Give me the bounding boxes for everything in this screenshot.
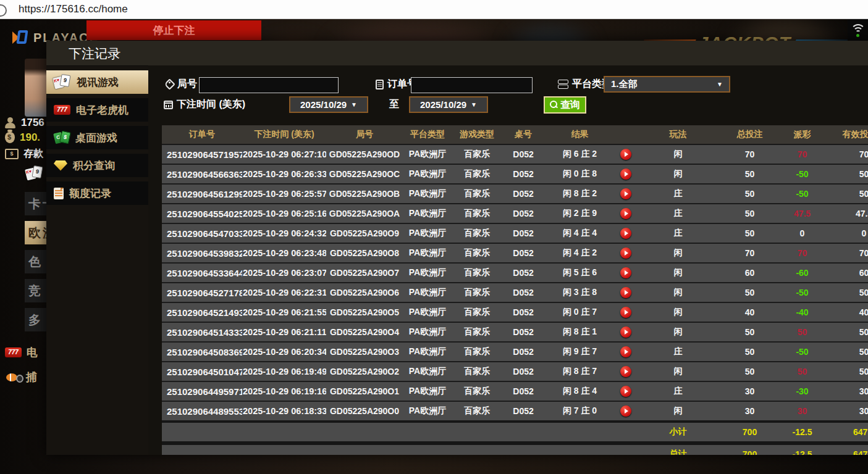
subtotal-row: 小计 700 -12.5 647.5 [162,422,868,443]
cell-round-id: GD05225A290O5 [326,302,403,322]
fish-icon [5,372,21,383]
replay-button[interactable] [620,208,631,219]
cards-icon [54,75,71,89]
cell-bet-time: 2025-10-29 06:24:32 [242,223,326,243]
round-id-input[interactable] [199,77,339,93]
platform-type-select[interactable]: 1.全部 ▼ [604,76,730,93]
cell-game-type: 百家乐 [452,204,502,223]
cell-table-no: D052 [502,223,545,243]
replay-button[interactable] [620,228,631,239]
cell-table-no: D052 [502,283,545,302]
search-button[interactable]: 查询 [544,96,586,114]
cell-round-id: GD05225A290O8 [326,243,403,263]
replay-button[interactable] [620,346,631,357]
cell-total-bet: 50 [720,223,780,243]
replay-button[interactable] [620,307,631,318]
cell-total-bet: 50 [720,164,780,184]
bet-records-table-zone: 订单号下注时间 (美东)局号平台类型游戏类型桌号结果玩法总投注派彩有效投注额 2… [162,125,868,455]
cell-order-id: 251029064521493 [162,302,242,322]
cell-bet-time: 2025-10-29 06:21:11 [242,322,326,342]
order-id-input[interactable] [411,77,533,93]
replay-button[interactable] [620,247,631,259]
cell-total-bet: 30 [720,381,780,401]
slot-777-icon [54,105,70,115]
cell-valid-bet: 70 [825,144,868,164]
replay-button[interactable] [620,405,631,417]
cell-round-id: GD05225A290O1 [326,381,403,401]
cell-payout: 0 [780,223,825,243]
cell-result: 闲 3 庄 8 [545,283,615,302]
cell-platform: PA欧洲厅 [403,223,452,243]
tab-slot-machines[interactable]: 电子老虎机 [46,98,148,122]
cell-total-bet: 50 [720,322,780,342]
cell-bet-time: 2025-10-29 06:26:33 [242,164,326,184]
cell-bet-side: 闲 [636,302,720,322]
deposit-button[interactable]: $ 存款 [5,148,43,160]
cell-round-id: GD05225A290O9 [326,223,403,243]
cell-payout: 30 [780,401,825,422]
calendar-icon [164,101,173,109]
table-row: 251029064501047 2025-10-29 06:19:49 GD05… [162,362,868,381]
replay-button[interactable] [620,366,631,377]
subtotal-payout: -12.5 [780,422,825,443]
table-row: 251029064533644 2025-10-29 06:23:07 GD05… [162,263,868,283]
cell-result: 闲 7 庄 0 [545,401,615,422]
replay-button[interactable] [620,267,631,278]
cell-valid-bet: 30 [825,401,868,422]
cell-order-id: 251029064508369 [162,342,242,362]
cell-payout: 50 [780,322,825,342]
tab-video-games[interactable]: 视讯游戏 [46,70,148,94]
cell-valid-bet: 47.5 [825,204,868,223]
replay-button[interactable] [620,287,631,298]
chevron-down-icon: ▼ [471,101,477,108]
nav-slots[interactable]: 电 [5,345,38,360]
cell-bet-side: 闲 [636,144,720,164]
total-total-bet: 700 [720,443,780,455]
date-from-picker[interactable]: 2025/10/29 ▼ [289,96,368,113]
slot-777-icon [5,347,22,357]
table-row: 251029064566363 2025-10-29 06:26:33 GD05… [162,164,868,184]
cell-bet-side: 庄 [636,204,720,223]
play-icon [625,231,628,236]
subtotal-label: 小计 [636,422,720,443]
replay-button[interactable] [620,326,631,338]
browser-page-icon [0,4,7,17]
cell-result: 闲 0 庄 7 [545,302,615,322]
cell-order-id: 251029064514333 [162,322,242,342]
cell-table-no: D052 [502,342,545,362]
play-icon [625,290,628,295]
cell-order-id: 251029064566363 [162,164,242,184]
tab-points-query[interactable]: 积分查询 [46,154,148,177]
playace-logo-icon [12,30,28,45]
play-icon [625,251,628,256]
date-to-picker[interactable]: 2025/10/29 ▼ [409,96,488,113]
round-id-label: 局号 [166,78,197,91]
cell-bet-side: 庄 [636,342,720,362]
tab-credit-records[interactable]: 额度记录 [46,181,148,205]
replay-button[interactable] [620,149,631,160]
bet-records-table: 订单号下注时间 (美东)局号平台类型游戏类型桌号结果玩法总投注派彩有效投注额 2… [162,125,868,455]
table-games-icon [54,131,70,144]
cell-result: 闲 8 庄 2 [545,184,615,204]
cell-result: 闲 8 庄 4 [545,381,615,401]
play-icon [625,152,628,157]
cell-total-bet: 70 [720,243,780,263]
stop-betting-banner: 停止下注 [86,20,261,40]
cell-total-bet: 70 [720,144,780,164]
cell-bet-time: 2025-10-29 06:27:10 [242,144,326,164]
replay-button[interactable] [620,386,631,397]
nav-fishing[interactable]: 捕 [5,370,37,385]
cell-payout: 70 [780,144,825,164]
table-row: 251029064489553 2025-10-29 06:18:33 GD05… [162,401,868,422]
replay-button[interactable] [620,168,631,180]
cell-payout: 70 [780,243,825,263]
url-text[interactable]: https://175616.cc/home [19,3,128,15]
tab-table-games[interactable]: 桌面游戏 [46,126,148,149]
cell-valid-bet: 50 [825,164,868,184]
replay-button[interactable] [620,188,631,199]
cell-game-type: 百家乐 [452,322,502,342]
modal-content: 局号 订单号 平台类型 1.全部 ▼ 下注时间 (美东) 2025/10/29 … [148,65,868,455]
browser-address-bar[interactable]: https://175616.cc/home [0,0,868,19]
cell-game-type: 百家乐 [452,362,502,381]
cell-platform: PA欧洲厅 [403,164,452,184]
